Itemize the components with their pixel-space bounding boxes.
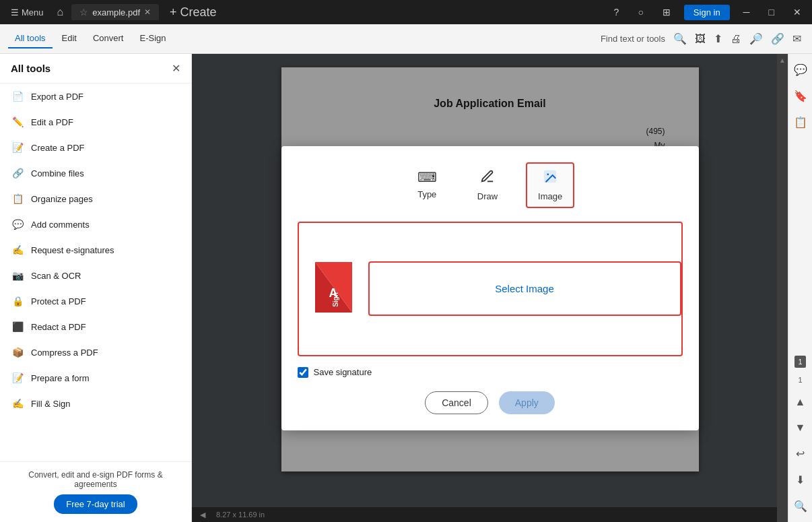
- adobe-logo: Sign A: [315, 262, 352, 315]
- sidebar-item-label: Fill & Sign: [31, 399, 71, 409]
- sidebar-item-combine[interactable]: 🔗 Combine files: [0, 160, 191, 186]
- sidebar-item-request-esign[interactable]: ✍️ Request e-signatures: [0, 237, 191, 263]
- clipboard-panel-button[interactable]: 📋: [790, 112, 811, 133]
- sidebar-item-fill-sign[interactable]: ✍️ Fill & Sign: [0, 391, 191, 416]
- close-window-button[interactable]: ✕: [788, 4, 807, 20]
- scroll-down-right-button[interactable]: ▼: [791, 418, 810, 438]
- image-modal-icon: [543, 169, 557, 187]
- upload-icon: ⬆: [714, 33, 722, 44]
- undo-button[interactable]: ↩: [792, 443, 809, 464]
- sidebar-item-create-pdf[interactable]: 📝 Create a PDF: [0, 135, 191, 160]
- sidebar-item-label: Add comments: [31, 220, 90, 230]
- fill-sign-icon: ✍️: [11, 397, 24, 410]
- signature-modal: ⌨ Type Draw: [281, 146, 699, 430]
- modal-tab-image[interactable]: Image: [526, 162, 574, 208]
- sidebar-item-redact[interactable]: ⬛ Redact a PDF: [0, 314, 191, 339]
- tab-convert[interactable]: Convert: [86, 29, 131, 48]
- home-icon: ⌂: [57, 6, 64, 18]
- sidebar-item-comments[interactable]: 💬 Add comments: [0, 211, 191, 237]
- minimize-icon: ─: [743, 7, 750, 18]
- close-window-icon: ✕: [793, 7, 801, 18]
- mail-button[interactable]: ✉: [790, 30, 804, 48]
- search-icon: 🔍: [673, 33, 687, 44]
- type-tab-label: Type: [417, 189, 436, 199]
- page-total-label: 1: [798, 376, 802, 384]
- modal-overlay: ⌨ Type Draw: [192, 54, 788, 522]
- pdf-tab[interactable]: ☆ example.pdf ✕: [71, 4, 159, 20]
- sidebar-item-compress[interactable]: 📦 Compress a PDF: [0, 339, 191, 365]
- tab-name: example.pdf: [92, 7, 140, 18]
- modal-tab-type[interactable]: ⌨ Type: [405, 162, 449, 208]
- download-icon: ⬇: [796, 474, 805, 486]
- sidebar-item-label: Protect a PDF: [31, 296, 86, 306]
- title-bar: ☰ Menu ⌂ ☆ example.pdf ✕ + Create ? ○ ⊞ …: [0, 0, 812, 24]
- sidebar-item-scan-ocr[interactable]: 📷 Scan & OCR: [0, 263, 191, 288]
- download-button[interactable]: ⬇: [792, 469, 809, 490]
- apply-button[interactable]: Apply: [499, 391, 555, 414]
- print-icon: 🖨: [731, 33, 741, 44]
- new-tab-button[interactable]: + Create: [164, 4, 222, 21]
- grid-button[interactable]: ⊞: [657, 4, 676, 20]
- zoom-out-button[interactable]: 🔍: [790, 496, 811, 517]
- tab-esign[interactable]: E-Sign: [133, 29, 172, 48]
- find-text-label: Find text or tools: [601, 34, 665, 44]
- redact-icon: ⬛: [11, 320, 24, 333]
- draw-icon: [480, 169, 495, 187]
- modal-tabs: ⌨ Type Draw: [298, 162, 683, 208]
- sidebar-title: All tools: [11, 63, 50, 74]
- search-area: Find text or tools 🔍: [601, 30, 689, 48]
- maximize-icon: □: [769, 7, 774, 18]
- print-button[interactable]: 🖨: [728, 30, 744, 48]
- modal-tab-draw[interactable]: Draw: [465, 162, 510, 208]
- scroll-up-right-button[interactable]: ▲: [791, 392, 810, 412]
- title-bar-right: ? ○ ⊞ Sign in ─ □ ✕: [609, 4, 807, 20]
- sidebar-item-export-pdf[interactable]: 📄 Export a PDF: [0, 84, 191, 109]
- save-signature-checkbox[interactable]: [298, 367, 308, 378]
- bookmark-panel-button[interactable]: 🔖: [790, 86, 811, 106]
- sidebar-item-label: Combine files: [31, 168, 84, 178]
- link-button[interactable]: 🔗: [768, 30, 787, 48]
- free-trial-button[interactable]: Free 7-day trial: [54, 494, 137, 514]
- upload-button[interactable]: ⬆: [711, 30, 725, 48]
- svg-point-1: [547, 173, 549, 175]
- tab-all-tools[interactable]: All tools: [8, 29, 53, 48]
- user-button[interactable]: ○: [632, 4, 648, 20]
- page-number-badge: 1: [794, 356, 805, 368]
- title-bar-left: ☰ Menu ⌂ ☆ example.pdf ✕ + Create: [5, 3, 606, 21]
- image-tab-label: Image: [538, 191, 562, 201]
- tab-edit[interactable]: Edit: [55, 29, 83, 48]
- user-icon: ○: [638, 7, 643, 18]
- create-pdf-icon: 📝: [11, 141, 24, 154]
- mail-icon: ✉: [792, 33, 801, 44]
- sidebar-item-edit-pdf[interactable]: ✏️ Edit a PDF: [0, 109, 191, 135]
- help-icon: ?: [614, 7, 619, 18]
- clipboard-icon: 📋: [794, 117, 807, 128]
- image-tool-button[interactable]: 🖼: [692, 30, 708, 48]
- toolbar: All tools Edit Convert E-Sign Find text …: [0, 24, 812, 54]
- sign-in-button[interactable]: Sign in: [684, 5, 730, 20]
- select-image-button[interactable]: Select Image: [368, 261, 681, 316]
- sidebar-item-organize[interactable]: 📋 Organize pages: [0, 186, 191, 211]
- type-icon: ⌨: [417, 169, 437, 185]
- menu-label: Menu: [22, 7, 44, 18]
- sidebar-close-button[interactable]: ✕: [172, 62, 180, 75]
- minimize-button[interactable]: ─: [738, 4, 755, 20]
- bookmark-icon: 🔖: [794, 90, 807, 102]
- home-button[interactable]: ⌂: [55, 3, 67, 21]
- content-area: ▲ Job Application Email (495) . My y. ha…: [192, 54, 788, 522]
- help-button[interactable]: ?: [609, 4, 625, 20]
- save-signature-row: Save signature: [298, 367, 683, 378]
- zoom-button[interactable]: 🔎: [747, 30, 766, 48]
- sidebar-item-prepare-form[interactable]: 📝 Prepare a form: [0, 365, 191, 391]
- sidebar-item-protect[interactable]: 🔒 Protect a PDF: [0, 288, 191, 314]
- zoom-out-icon: 🔍: [794, 500, 807, 512]
- sidebar-header: All tools ✕: [0, 54, 191, 84]
- tab-close-button[interactable]: ✕: [144, 7, 151, 17]
- cancel-button[interactable]: Cancel: [425, 391, 488, 414]
- menu-button[interactable]: ☰ Menu: [5, 5, 49, 20]
- maximize-button[interactable]: □: [764, 4, 780, 20]
- chevron-up-icon: ▲: [795, 396, 806, 407]
- comment-panel-button[interactable]: 💬: [790, 59, 811, 80]
- new-tab-label: Create: [180, 5, 217, 19]
- search-button[interactable]: 🔍: [671, 30, 689, 48]
